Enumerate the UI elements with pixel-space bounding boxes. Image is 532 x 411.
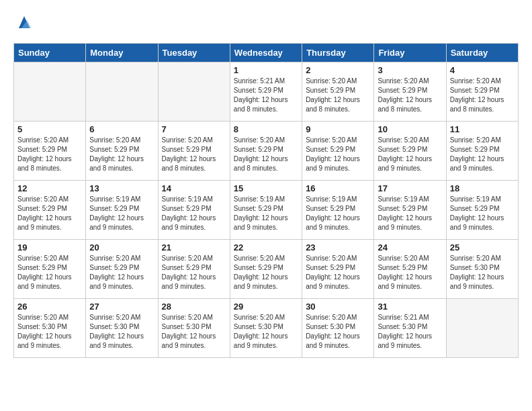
day-number: 8	[234, 124, 298, 134]
day-number: 15	[234, 183, 298, 193]
week-row-4: 19Sunrise: 5:20 AM Sunset: 5:29 PM Dayli…	[14, 240, 519, 299]
calendar-cell: 25Sunrise: 5:20 AM Sunset: 5:30 PM Dayli…	[446, 240, 518, 299]
calendar-cell: 29Sunrise: 5:20 AM Sunset: 5:30 PM Dayli…	[230, 299, 302, 358]
day-info: Sunrise: 5:19 AM Sunset: 5:29 PM Dayligh…	[89, 195, 154, 232]
calendar-cell: 11Sunrise: 5:20 AM Sunset: 5:29 PM Dayli…	[446, 122, 518, 181]
day-info: Sunrise: 5:20 AM Sunset: 5:29 PM Dayligh…	[17, 136, 82, 173]
calendar-cell: 27Sunrise: 5:20 AM Sunset: 5:30 PM Dayli…	[86, 299, 158, 358]
calendar-cell: 24Sunrise: 5:20 AM Sunset: 5:29 PM Dayli…	[374, 240, 446, 299]
calendar-cell: 16Sunrise: 5:19 AM Sunset: 5:29 PM Dayli…	[302, 181, 374, 240]
day-info: Sunrise: 5:20 AM Sunset: 5:29 PM Dayligh…	[306, 77, 370, 114]
day-number: 30	[306, 302, 370, 312]
calendar-cell	[446, 299, 518, 358]
calendar-cell: 19Sunrise: 5:20 AM Sunset: 5:29 PM Dayli…	[14, 240, 86, 299]
day-info: Sunrise: 5:20 AM Sunset: 5:29 PM Dayligh…	[378, 136, 442, 173]
calendar-cell: 15Sunrise: 5:19 AM Sunset: 5:29 PM Dayli…	[230, 181, 302, 240]
day-info: Sunrise: 5:20 AM Sunset: 5:30 PM Dayligh…	[234, 313, 298, 351]
weekday-header-monday: Monday	[86, 44, 158, 62]
calendar-cell: 12Sunrise: 5:20 AM Sunset: 5:29 PM Dayli…	[14, 181, 86, 240]
calendar-cell: 6Sunrise: 5:20 AM Sunset: 5:29 PM Daylig…	[86, 122, 158, 181]
day-number: 27	[89, 302, 154, 312]
week-row-3: 12Sunrise: 5:20 AM Sunset: 5:29 PM Dayli…	[14, 181, 519, 240]
calendar-cell: 7Sunrise: 5:20 AM Sunset: 5:29 PM Daylig…	[158, 122, 230, 181]
day-number: 18	[450, 183, 515, 193]
calendar-cell: 30Sunrise: 5:20 AM Sunset: 5:30 PM Dayli…	[302, 299, 374, 358]
day-info: Sunrise: 5:19 AM Sunset: 5:29 PM Dayligh…	[162, 195, 226, 232]
page-header	[13, 13, 519, 32]
day-number: 26	[17, 302, 82, 312]
weekday-header-friday: Friday	[374, 44, 446, 62]
calendar-cell: 14Sunrise: 5:19 AM Sunset: 5:29 PM Dayli…	[158, 181, 230, 240]
day-number: 19	[17, 242, 82, 253]
day-info: Sunrise: 5:21 AM Sunset: 5:30 PM Dayligh…	[378, 313, 442, 351]
logo	[13, 13, 34, 32]
weekday-header-sunday: Sunday	[14, 44, 86, 62]
day-info: Sunrise: 5:20 AM Sunset: 5:29 PM Dayligh…	[89, 254, 154, 291]
day-number: 29	[234, 302, 298, 312]
calendar-cell: 4Sunrise: 5:20 AM Sunset: 5:29 PM Daylig…	[446, 62, 518, 122]
day-number: 6	[89, 124, 154, 134]
day-info: Sunrise: 5:21 AM Sunset: 5:29 PM Dayligh…	[234, 77, 298, 114]
day-info: Sunrise: 5:19 AM Sunset: 5:29 PM Dayligh…	[378, 195, 442, 232]
weekday-header-row: SundayMondayTuesdayWednesdayThursdayFrid…	[14, 44, 519, 62]
day-info: Sunrise: 5:20 AM Sunset: 5:30 PM Dayligh…	[17, 313, 82, 351]
day-info: Sunrise: 5:20 AM Sunset: 5:29 PM Dayligh…	[450, 77, 515, 114]
day-number: 28	[162, 302, 226, 312]
logo-icon	[15, 13, 34, 32]
day-info: Sunrise: 5:20 AM Sunset: 5:29 PM Dayligh…	[162, 136, 226, 173]
day-info: Sunrise: 5:20 AM Sunset: 5:29 PM Dayligh…	[17, 195, 82, 232]
calendar-cell: 2Sunrise: 5:20 AM Sunset: 5:29 PM Daylig…	[302, 62, 374, 122]
calendar-cell	[86, 62, 158, 122]
calendar-cell: 3Sunrise: 5:20 AM Sunset: 5:29 PM Daylig…	[374, 62, 446, 122]
calendar-cell: 20Sunrise: 5:20 AM Sunset: 5:29 PM Dayli…	[86, 240, 158, 299]
day-info: Sunrise: 5:20 AM Sunset: 5:29 PM Dayligh…	[89, 136, 154, 173]
calendar-cell	[158, 62, 230, 122]
calendar-cell: 21Sunrise: 5:20 AM Sunset: 5:29 PM Dayli…	[158, 240, 230, 299]
day-info: Sunrise: 5:20 AM Sunset: 5:30 PM Dayligh…	[450, 254, 515, 291]
day-number: 20	[89, 242, 154, 253]
day-info: Sunrise: 5:20 AM Sunset: 5:29 PM Dayligh…	[378, 77, 442, 114]
day-info: Sunrise: 5:19 AM Sunset: 5:29 PM Dayligh…	[234, 195, 298, 232]
day-number: 22	[234, 242, 298, 253]
day-number: 12	[17, 183, 82, 193]
day-number: 25	[450, 242, 515, 253]
day-number: 31	[378, 302, 442, 312]
day-info: Sunrise: 5:20 AM Sunset: 5:29 PM Dayligh…	[450, 136, 515, 173]
day-info: Sunrise: 5:20 AM Sunset: 5:29 PM Dayligh…	[378, 254, 442, 291]
day-number: 1	[234, 65, 298, 75]
week-row-1: 1Sunrise: 5:21 AM Sunset: 5:29 PM Daylig…	[14, 62, 519, 122]
day-number: 14	[162, 183, 226, 193]
day-info: Sunrise: 5:20 AM Sunset: 5:30 PM Dayligh…	[162, 313, 226, 351]
day-number: 13	[89, 183, 154, 193]
day-info: Sunrise: 5:20 AM Sunset: 5:29 PM Dayligh…	[234, 136, 298, 173]
calendar-cell: 8Sunrise: 5:20 AM Sunset: 5:29 PM Daylig…	[230, 122, 302, 181]
weekday-header-saturday: Saturday	[446, 44, 518, 62]
day-number: 16	[306, 183, 370, 193]
day-number: 7	[162, 124, 226, 134]
day-info: Sunrise: 5:19 AM Sunset: 5:29 PM Dayligh…	[306, 195, 370, 232]
calendar-cell: 17Sunrise: 5:19 AM Sunset: 5:29 PM Dayli…	[374, 181, 446, 240]
weekday-header-wednesday: Wednesday	[230, 44, 302, 62]
day-number: 17	[378, 183, 442, 193]
day-info: Sunrise: 5:20 AM Sunset: 5:29 PM Dayligh…	[162, 254, 226, 291]
day-info: Sunrise: 5:20 AM Sunset: 5:30 PM Dayligh…	[306, 313, 370, 351]
day-number: 21	[162, 242, 226, 253]
calendar-cell: 10Sunrise: 5:20 AM Sunset: 5:29 PM Dayli…	[374, 122, 446, 181]
day-info: Sunrise: 5:20 AM Sunset: 5:29 PM Dayligh…	[17, 254, 82, 291]
calendar-cell: 31Sunrise: 5:21 AM Sunset: 5:30 PM Dayli…	[374, 299, 446, 358]
weekday-header-tuesday: Tuesday	[158, 44, 230, 62]
calendar-cell: 28Sunrise: 5:20 AM Sunset: 5:30 PM Dayli…	[158, 299, 230, 358]
calendar-cell	[14, 62, 86, 122]
day-number: 24	[378, 242, 442, 253]
day-number: 23	[306, 242, 370, 253]
calendar-cell: 13Sunrise: 5:19 AM Sunset: 5:29 PM Dayli…	[86, 181, 158, 240]
day-info: Sunrise: 5:20 AM Sunset: 5:29 PM Dayligh…	[234, 254, 298, 291]
week-row-2: 5Sunrise: 5:20 AM Sunset: 5:29 PM Daylig…	[14, 122, 519, 181]
calendar-table: SundayMondayTuesdayWednesdayThursdayFrid…	[13, 43, 519, 358]
calendar-cell: 18Sunrise: 5:19 AM Sunset: 5:29 PM Dayli…	[446, 181, 518, 240]
week-row-5: 26Sunrise: 5:20 AM Sunset: 5:30 PM Dayli…	[14, 299, 519, 358]
day-number: 3	[378, 65, 442, 75]
calendar-cell: 22Sunrise: 5:20 AM Sunset: 5:29 PM Dayli…	[230, 240, 302, 299]
day-info: Sunrise: 5:20 AM Sunset: 5:29 PM Dayligh…	[306, 136, 370, 173]
day-number: 9	[306, 124, 370, 134]
